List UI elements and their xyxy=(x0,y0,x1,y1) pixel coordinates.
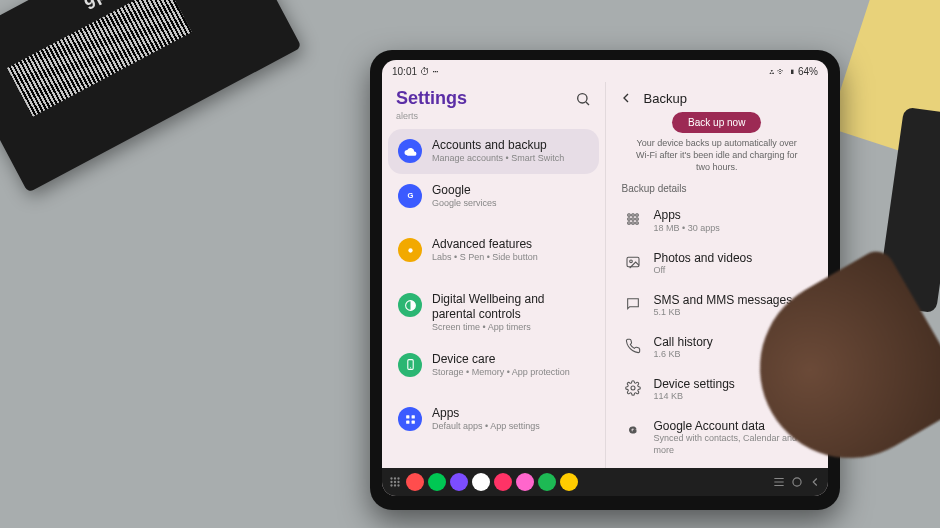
svg-point-18 xyxy=(631,222,634,225)
svg-rect-9 xyxy=(406,421,409,424)
svg-point-29 xyxy=(397,481,399,483)
settings-item-google[interactable]: GGoogleGoogle services xyxy=(388,174,599,219)
svg-point-16 xyxy=(635,218,638,221)
svg-point-11 xyxy=(627,214,630,217)
svg-point-30 xyxy=(390,484,392,486)
product-box: Galaxy Z Fold6 xyxy=(0,0,302,193)
svg-point-17 xyxy=(627,222,630,225)
back-button[interactable] xyxy=(808,475,822,489)
navigation-bar xyxy=(382,468,828,496)
cloud-icon xyxy=(398,139,422,163)
settings-item-star[interactable]: Advanced featuresLabs • S Pen • Side but… xyxy=(388,228,599,273)
settings-item-title: Apps xyxy=(432,406,540,421)
svg-rect-7 xyxy=(406,415,409,418)
backup-detail-sub: 18 MB • 30 apps xyxy=(654,223,720,235)
settings-title: Settings xyxy=(396,88,467,109)
apps-grid-icon[interactable] xyxy=(388,475,402,489)
svg-point-6 xyxy=(409,367,410,368)
svg-point-28 xyxy=(394,481,396,483)
svg-line-1 xyxy=(586,102,589,105)
svg-point-15 xyxy=(631,218,634,221)
backup-detail-sub: 5.1 KB xyxy=(654,307,793,319)
settings-item-sub: Default apps • App settings xyxy=(432,421,540,433)
settings-item-title: Accounts and backup xyxy=(432,138,564,153)
wellbeing-icon xyxy=(398,293,422,317)
settings-item-sub: Labs • S Pen • Side button xyxy=(432,252,538,264)
settings-item-cloud[interactable]: Accounts and backupManage accounts • Sma… xyxy=(388,129,599,174)
svg-point-13 xyxy=(635,214,638,217)
svg-point-31 xyxy=(394,484,396,486)
dock-app-2[interactable] xyxy=(450,473,468,491)
settings-pane: Settings alerts Accounts and backupManag… xyxy=(382,82,606,468)
backup-detail-title: SMS and MMS messages xyxy=(654,293,793,307)
dock-app-0[interactable] xyxy=(406,473,424,491)
backup-detail-photo[interactable]: Photos and videosOff xyxy=(614,243,821,285)
phone-frame: 10:01 ⏱ ⋯ ⁂ ᯤ ▮ 64% Settings alerts Acco… xyxy=(370,50,840,510)
settings-item-title: Device care xyxy=(432,352,570,367)
settings-item-device[interactable]: Device careStorage • Memory • App protec… xyxy=(388,343,599,388)
backup-note: Your device backs up automatically over … xyxy=(606,133,829,183)
svg-point-27 xyxy=(390,481,392,483)
backup-detail-sub: 1.6 KB xyxy=(654,349,713,361)
settings-item-sub: Google services xyxy=(432,198,497,210)
backup-detail-sub: Off xyxy=(654,265,753,277)
apps-icon xyxy=(624,210,642,228)
settings-item-apps[interactable]: AppsDefault apps • App settings xyxy=(388,397,599,442)
call-icon xyxy=(624,337,642,355)
svg-point-19 xyxy=(635,222,638,225)
search-icon[interactable] xyxy=(575,91,591,107)
svg-rect-8 xyxy=(411,415,414,418)
backup-detail-title: Call history xyxy=(654,335,713,349)
svg-point-21 xyxy=(629,260,632,263)
status-icons-left: ⏱ ⋯ xyxy=(420,66,438,77)
svg-rect-10 xyxy=(411,421,414,424)
dock-app-7[interactable] xyxy=(560,473,578,491)
photo-icon xyxy=(624,253,642,271)
home-button[interactable] xyxy=(790,475,804,489)
svg-point-26 xyxy=(397,477,399,479)
svg-point-32 xyxy=(397,484,399,486)
apps-icon xyxy=(398,407,422,431)
barcode xyxy=(7,0,192,117)
settings-item-sub: Screen time • App timers xyxy=(432,322,589,334)
device-icon xyxy=(398,353,422,377)
status-time: 10:01 xyxy=(392,66,417,77)
dock-app-6[interactable] xyxy=(538,473,556,491)
status-bar: 10:01 ⏱ ⋯ ⁂ ᯤ ▮ 64% xyxy=(382,60,828,82)
backup-detail-title: Apps xyxy=(654,208,720,222)
svg-point-36 xyxy=(793,478,801,486)
sms-icon xyxy=(624,295,642,313)
dock-app-5[interactable] xyxy=(516,473,534,491)
settings-item-title: Advanced features xyxy=(432,237,538,252)
settings-item-sub: Storage • Memory • App protection xyxy=(432,367,570,379)
backup-detail-apps[interactable]: Apps18 MB • 30 apps xyxy=(614,200,821,242)
settings-item-title: Digital Wellbeing and parental controls xyxy=(432,292,589,322)
back-icon[interactable] xyxy=(618,90,634,106)
svg-point-14 xyxy=(627,218,630,221)
svg-point-22 xyxy=(631,386,635,390)
gear-icon xyxy=(624,379,642,397)
google-icon: G xyxy=(624,421,642,439)
recent-apps-button[interactable] xyxy=(772,475,786,489)
svg-point-25 xyxy=(394,477,396,479)
google-icon: G xyxy=(398,184,422,208)
settings-item-wellbeing[interactable]: Digital Wellbeing and parental controlsS… xyxy=(388,283,599,343)
backup-detail-sub: Synced with contacts, Calendar and more xyxy=(654,433,811,456)
dock-app-4[interactable] xyxy=(494,473,512,491)
svg-point-24 xyxy=(390,477,392,479)
dock-app-3[interactable] xyxy=(472,473,490,491)
svg-point-0 xyxy=(577,93,586,102)
backup-detail-title: Photos and videos xyxy=(654,251,753,265)
dock-app-1[interactable] xyxy=(428,473,446,491)
settings-list: Accounts and backupManage accounts • Sma… xyxy=(382,129,605,468)
svg-point-12 xyxy=(631,214,634,217)
backup-now-button[interactable]: Back up now xyxy=(672,112,761,133)
screen: 10:01 ⏱ ⋯ ⁂ ᯤ ▮ 64% Settings alerts Acco… xyxy=(382,60,828,496)
settings-item-sub: Manage accounts • Smart Switch xyxy=(432,153,564,165)
svg-point-3 xyxy=(408,248,412,252)
backup-detail-title: Device settings xyxy=(654,377,735,391)
svg-text:G: G xyxy=(629,425,636,435)
status-battery: 64% xyxy=(798,66,818,77)
svg-text:G: G xyxy=(407,191,413,200)
star-icon xyxy=(398,238,422,262)
